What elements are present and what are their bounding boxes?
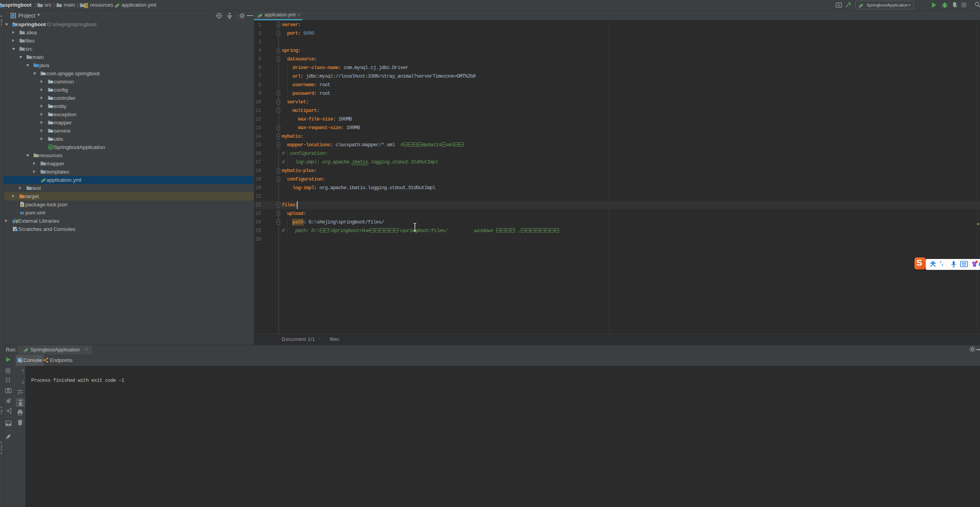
svg-text:m: m — [20, 210, 24, 216]
